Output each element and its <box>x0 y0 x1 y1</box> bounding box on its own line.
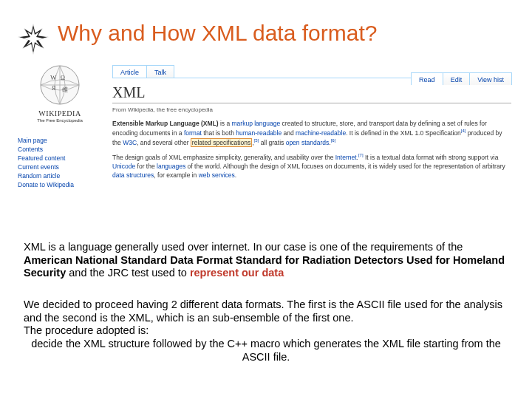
slide-paragraph-2: We decided to proceed having 2 different… <box>24 299 508 364</box>
svg-text:Ω: Ω <box>61 75 65 81</box>
wikipedia-screenshot: W Ω Я 维 WIKIPEDIA The Free Encyclopedia … <box>16 58 519 232</box>
tab-edit[interactable]: Edit <box>443 72 471 85</box>
article-subline: From Wikipedia, the free encyclopedia <box>112 106 511 113</box>
article-heading: XML <box>112 84 511 103</box>
starburst-icon <box>16 22 50 56</box>
tab-article[interactable]: Article <box>112 65 147 78</box>
wikipedia-article-body: XML From Wikipedia, the free encyclopedi… <box>112 84 511 184</box>
wikipedia-tabs-left: Article Talk Read Edit View hist <box>112 65 511 78</box>
tab-read[interactable]: Read <box>411 72 443 85</box>
wikipedia-tagline: The Free Encyclopedia <box>34 118 86 123</box>
nav-random[interactable]: Random article <box>18 171 99 180</box>
nav-featured[interactable]: Featured content <box>18 154 99 163</box>
wikipedia-globe-icon: W Ω Я 维 <box>38 64 81 106</box>
slide-paragraph-1: XML is a language generally used over in… <box>24 241 508 280</box>
svg-text:Я: Я <box>52 85 56 92</box>
slide-title: Why and How XML data format? <box>58 21 377 46</box>
highlighted-text: related specifications <box>191 138 252 147</box>
nav-contents[interactable]: Contents <box>18 145 99 154</box>
tab-history[interactable]: View hist <box>469 72 512 85</box>
svg-text:W: W <box>50 74 57 81</box>
wikipedia-sidebar-nav: Main page Contents Featured content Curr… <box>18 136 99 189</box>
wikipedia-tabs-right: Read Edit View hist <box>411 72 511 85</box>
article-paragraph-2: The design goals of XML emphasize simpli… <box>112 152 511 180</box>
article-paragraph-1: Extensible Markup Language (XML) is a ma… <box>112 119 511 148</box>
nav-current-events[interactable]: Current events <box>18 163 99 171</box>
tab-talk[interactable]: Talk <box>146 65 174 78</box>
nav-main-page[interactable]: Main page <box>18 136 99 145</box>
wikipedia-logo: W Ω Я 维 WIKIPEDIA The Free Encyclopedia <box>34 64 86 123</box>
wikipedia-wordmark: WIKIPEDIA <box>34 109 86 117</box>
svg-text:维: 维 <box>62 86 68 93</box>
nav-donate[interactable]: Donate to Wikipedia <box>18 180 99 189</box>
emphasized-text: represent our data <box>190 267 284 279</box>
